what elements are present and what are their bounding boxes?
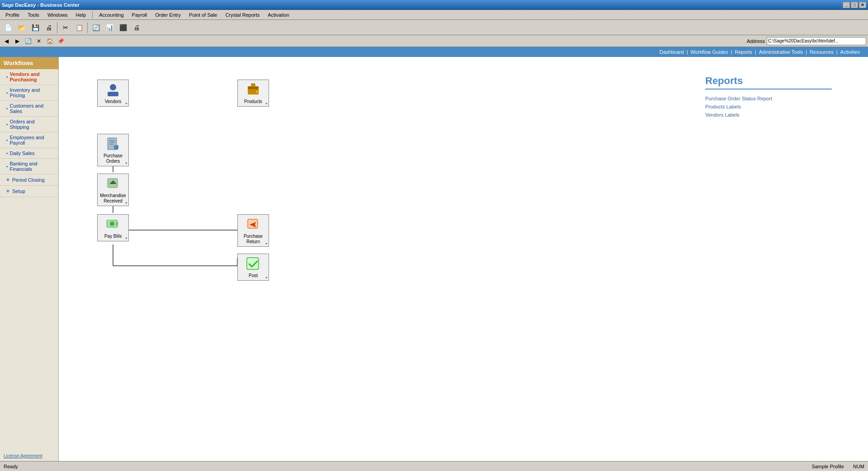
bullet-icon: • <box>6 164 8 169</box>
bullet-icon: • <box>6 151 8 156</box>
nav-back[interactable]: ◀ <box>2 37 11 46</box>
node-pay-bills[interactable]: Pay Bills ▸ <box>97 214 129 241</box>
toolbar-chart[interactable]: 📊 <box>103 21 116 34</box>
topnav-dashboard[interactable]: Dashboard <box>657 49 687 55</box>
reports-title: Reports <box>705 75 832 89</box>
status-num: NUM <box>853 464 864 469</box>
svg-rect-10 <box>251 84 255 87</box>
menu-windows[interactable]: Windows <box>44 11 71 19</box>
sidebar-item-period-closing[interactable]: + Period Closing <box>0 174 58 186</box>
nav-bar: ◀ ▶ 🔄 ✕ 🏠 📌 Address <box>0 35 868 47</box>
topnav-reports[interactable]: Reports <box>732 49 755 55</box>
menu-crystal-reports[interactable]: Crystal Reports <box>222 11 263 19</box>
title-bar-controls[interactable]: _ □ ✕ <box>843 2 866 8</box>
sidebar-item-inventory-pricing[interactable]: • Inventory and Pricing <box>0 85 58 101</box>
toolbar-new[interactable]: 📄 <box>2 21 14 34</box>
sidebar-item-employees-payroll[interactable]: • Employees and Payroll <box>0 132 58 148</box>
menu-activation[interactable]: Activation <box>264 11 293 19</box>
sidebar-item-orders-shipping[interactable]: • Orders and Shipping <box>0 117 58 132</box>
minimize-button[interactable]: _ <box>843 2 850 8</box>
menu-accounting[interactable]: Accounting <box>95 11 127 19</box>
nav-unknown[interactable]: 📌 <box>56 37 65 46</box>
merchandise-icon <box>105 176 121 192</box>
menu-payroll[interactable]: Payroll <box>128 11 151 19</box>
purchase-return-icon <box>245 217 261 233</box>
node-purchase-orders-label: Purchase Orders <box>99 153 127 164</box>
topnav-activities[interactable]: Activities <box>838 49 863 55</box>
content-area: Vendors ▸ Products ▸ <box>59 57 868 461</box>
license-agreement-link[interactable]: License Agreement <box>0 451 58 461</box>
toolbar-copy[interactable]: 📋 <box>73 21 85 34</box>
title-bar: Sage DacEasy - Business Center _ □ ✕ <box>0 0 868 10</box>
node-products-label: Products <box>244 99 262 104</box>
toolbar: 📄 📂 💾 🖨 ✂ 📋 🔄 📊 ⬛ 🖨 <box>0 20 868 35</box>
node-merchandise-received[interactable]: Merchandise Received ▸ <box>97 174 129 206</box>
bullet-icon: • <box>6 75 8 80</box>
main-layout: Workflows • Vendors and Purchasing • Inv… <box>0 57 868 461</box>
bullet-icon: • <box>6 106 8 111</box>
sidebar: Workflows • Vendors and Purchasing • Inv… <box>0 57 59 461</box>
menu-help[interactable]: Help <box>72 11 90 19</box>
sidebar-item-customers-sales[interactable]: • Customers and Sales <box>0 101 58 117</box>
node-vendors[interactable]: Vendors ▸ <box>97 80 129 107</box>
node-vendors-label: Vendors <box>105 99 122 104</box>
svg-point-24 <box>110 221 114 226</box>
title-bar-text: Sage DacEasy - Business Center <box>2 2 80 8</box>
pay-bills-icon <box>105 217 121 233</box>
node-products[interactable]: Products ▸ <box>237 80 269 107</box>
nav-forward[interactable]: ▶ <box>13 37 22 46</box>
toolbar-print2[interactable]: 🖨 <box>130 21 143 34</box>
vendor-icon <box>105 82 121 98</box>
node-pay-bills-label: Pay Bills <box>104 234 122 239</box>
workflow-canvas: Vendors ▸ Products ▸ <box>59 57 868 461</box>
sidebar-item-banking-financials[interactable]: • Banking and Financials <box>0 159 58 174</box>
sidebar-item-daily-sales[interactable]: • Daily Sales <box>0 148 58 159</box>
toolbar-print[interactable]: 🖨 <box>42 21 55 34</box>
post-icon <box>245 256 261 272</box>
purchase-order-icon <box>105 136 121 152</box>
menu-bar: Profile Tools Windows Help Accounting Pa… <box>0 10 868 20</box>
toolbar-separator-2 <box>87 22 88 33</box>
menu-separator <box>92 11 93 19</box>
node-purchase-return[interactable]: Purchase Return ▸ <box>237 214 269 247</box>
status-bar: Ready Sample Profile NUM <box>0 461 868 471</box>
bullet-icon: • <box>6 122 8 127</box>
sidebar-item-setup[interactable]: + Setup <box>0 186 58 197</box>
report-vendors-labels[interactable]: Vendors Labels <box>705 112 832 118</box>
sidebar-item-vendors-purchasing[interactable]: • Vendors and Purchasing <box>0 69 58 85</box>
top-nav: Dashboard | Workflow Guides | Reports | … <box>0 47 868 57</box>
nav-stop[interactable]: ✕ <box>34 37 43 46</box>
report-purchase-order-status[interactable]: Purchase Order Status Report <box>705 96 832 101</box>
nav-refresh[interactable]: 🔄 <box>24 37 33 46</box>
plus-icon: + <box>6 188 9 194</box>
toolbar-refresh[interactable]: 🔄 <box>90 21 102 34</box>
reports-panel: Reports Purchase Order Status Report Pro… <box>705 75 832 120</box>
topnav-resources[interactable]: Resources <box>807 49 836 55</box>
node-post-label: Post <box>249 273 258 278</box>
toolbar-cut[interactable]: ✂ <box>59 21 72 34</box>
menu-point-of-sale[interactable]: Point of Sale <box>185 11 221 19</box>
toolbar-square[interactable]: ⬛ <box>117 21 129 34</box>
menu-order-entry[interactable]: Order Entry <box>151 11 184 19</box>
toolbar-save[interactable]: 💾 <box>29 21 42 34</box>
product-icon <box>245 82 261 98</box>
sidebar-title: Workflows <box>0 57 58 69</box>
address-input[interactable] <box>767 37 866 45</box>
node-post[interactable]: Post ▸ <box>237 254 269 281</box>
address-bar: Address <box>747 37 866 45</box>
svg-rect-18 <box>114 145 118 150</box>
nav-home[interactable]: 🏠 <box>45 37 54 46</box>
status-right: Sample Profile NUM <box>811 464 864 469</box>
toolbar-open[interactable]: 📂 <box>15 21 28 34</box>
node-merchandise-label: Merchandise Received <box>99 193 127 204</box>
menu-profile[interactable]: Profile <box>2 11 23 19</box>
report-products-labels[interactable]: Products Labels <box>705 104 832 109</box>
node-purchase-orders[interactable]: Purchase Orders ▸ <box>97 134 129 166</box>
close-button[interactable]: ✕ <box>859 2 866 8</box>
status-ready: Ready <box>4 464 18 469</box>
maximize-button[interactable]: □ <box>851 2 858 8</box>
topnav-workflow-guides[interactable]: Workflow Guides <box>688 49 731 55</box>
topnav-admin-tools[interactable]: Administrative Tools <box>756 49 806 55</box>
svg-rect-7 <box>108 92 118 96</box>
menu-tools[interactable]: Tools <box>24 11 43 19</box>
